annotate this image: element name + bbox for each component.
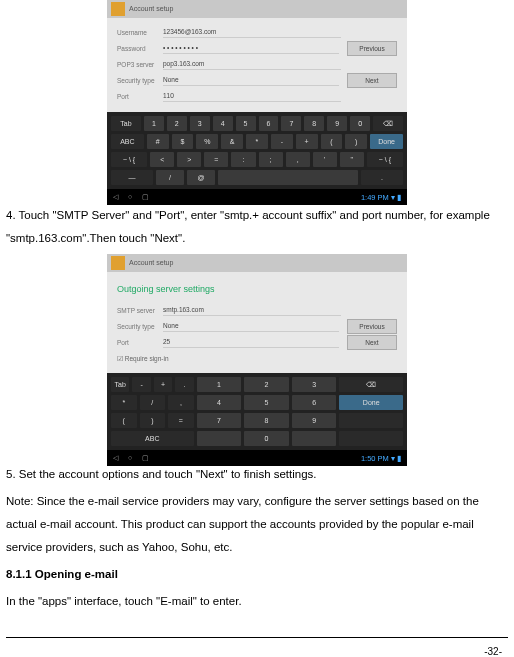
key[interactable]: 6	[259, 116, 279, 131]
key[interactable]: .	[175, 377, 193, 392]
key-at[interactable]: @	[187, 170, 215, 185]
field-port[interactable]: 110	[163, 90, 341, 102]
field-pop3[interactable]: pop3.163.com	[163, 58, 341, 70]
step-5-text: 5. Set the account options and touch "Ne…	[6, 463, 508, 486]
key[interactable]: '	[313, 152, 337, 167]
label-security: Security type	[117, 74, 163, 87]
nav-back-icon[interactable]: ◁	[113, 451, 118, 465]
key[interactable]: 9	[327, 116, 347, 131]
key[interactable]: Done	[339, 395, 403, 410]
key[interactable]: $	[172, 134, 194, 149]
key[interactable]: <	[150, 152, 174, 167]
key[interactable]: 1	[144, 116, 164, 131]
numeric-keyboard[interactable]: Tab-+.*/,()=ABC 1234567890 ⌫Done	[107, 373, 407, 450]
field-password[interactable]: • • • • • • • • •	[163, 42, 339, 54]
field-security[interactable]: None	[163, 74, 339, 86]
next-button[interactable]: Next	[347, 335, 397, 350]
key[interactable]: ~ \ {	[111, 152, 147, 167]
key[interactable]: Done	[370, 134, 403, 149]
key-mode[interactable]: —	[111, 170, 153, 185]
label-port: Port	[117, 90, 163, 103]
key[interactable]: (	[111, 413, 137, 428]
key[interactable]: 8	[244, 413, 289, 428]
key[interactable]: 7	[197, 413, 242, 428]
key[interactable]	[339, 413, 403, 428]
key[interactable]: 3	[190, 116, 210, 131]
key[interactable]: 6	[292, 395, 337, 410]
key-period[interactable]: .	[361, 170, 403, 185]
key[interactable]: ⌫	[373, 116, 403, 131]
page-number: -32-	[6, 637, 508, 657]
key-slash[interactable]: /	[156, 170, 184, 185]
key[interactable]: Tab	[111, 377, 129, 392]
key[interactable]: :	[231, 152, 255, 167]
outgoing-heading: Outgoing server settings	[117, 278, 397, 302]
field-username[interactable]: 123456@163.com	[163, 26, 341, 38]
key[interactable]: &	[221, 134, 243, 149]
key[interactable]: *	[111, 395, 137, 410]
app-icon	[111, 2, 125, 16]
key[interactable]: ;	[259, 152, 283, 167]
keyboard[interactable]: Tab1234567890⌫ ABC#$%&*-+()Done ~ \ {<>=…	[107, 112, 407, 189]
key[interactable]: 5	[244, 395, 289, 410]
nav-recent-icon[interactable]: ▢	[142, 190, 149, 204]
key[interactable]: -	[132, 377, 150, 392]
key[interactable]: -	[271, 134, 293, 149]
key[interactable]: 8	[304, 116, 324, 131]
key[interactable]: 3	[292, 377, 337, 392]
field-security[interactable]: None	[163, 320, 339, 332]
key[interactable]: 2	[244, 377, 289, 392]
key[interactable]: =	[168, 413, 194, 428]
field-smtp[interactable]: smtp.163.com	[163, 304, 341, 316]
key[interactable]: 4	[197, 395, 242, 410]
key[interactable]: 0	[350, 116, 370, 131]
key[interactable]: 1	[197, 377, 242, 392]
key[interactable]: +	[296, 134, 318, 149]
next-button[interactable]: Next	[347, 73, 397, 88]
key[interactable]: (	[321, 134, 343, 149]
key[interactable]: ,	[286, 152, 310, 167]
nav-recent-icon[interactable]: ▢	[142, 451, 149, 465]
nav-home-icon[interactable]: ○	[128, 451, 132, 465]
key[interactable]: "	[340, 152, 364, 167]
key[interactable]: 7	[281, 116, 301, 131]
key[interactable]: %	[196, 134, 218, 149]
key[interactable]: ~ \ {	[367, 152, 403, 167]
key[interactable]: 5	[236, 116, 256, 131]
screenshot-outgoing-settings: Account setup Outgoing server settings S…	[107, 254, 407, 459]
key[interactable]: +	[154, 377, 172, 392]
require-signin-checkbox[interactable]: Require sign-in	[117, 350, 397, 365]
key[interactable]: ,	[168, 395, 194, 410]
key[interactable]: 4	[213, 116, 233, 131]
step-4-text: 4. Touch "SMTP Server" and "Port", enter…	[6, 204, 508, 250]
key[interactable]: 0	[244, 431, 289, 446]
key[interactable]: =	[204, 152, 228, 167]
status-time: 1:50 PM ▾ ▮	[361, 451, 401, 466]
key[interactable]: 2	[167, 116, 187, 131]
key[interactable]: ABC	[111, 431, 194, 446]
label-password: Password	[117, 42, 163, 55]
key-space[interactable]	[218, 170, 358, 185]
previous-button[interactable]: Previous	[347, 319, 397, 334]
key[interactable]: ⌫	[339, 377, 403, 392]
key[interactable]	[197, 431, 242, 446]
key[interactable]: >	[177, 152, 201, 167]
label-security: Security type	[117, 320, 163, 333]
key[interactable]: )	[345, 134, 367, 149]
key[interactable]: Tab	[111, 116, 141, 131]
key[interactable]	[339, 431, 403, 446]
key[interactable]: ABC	[111, 134, 144, 149]
label-smtp: SMTP server	[117, 304, 163, 317]
field-port[interactable]: 25	[163, 336, 339, 348]
nav-back-icon[interactable]: ◁	[113, 190, 118, 204]
key[interactable]: /	[140, 395, 166, 410]
key[interactable]: 9	[292, 413, 337, 428]
label-pop3: POP3 server	[117, 58, 163, 71]
status-time: 1:49 PM ▾ ▮	[361, 190, 401, 205]
key[interactable]: *	[246, 134, 268, 149]
key[interactable]: )	[140, 413, 166, 428]
previous-button[interactable]: Previous	[347, 41, 397, 56]
key[interactable]	[292, 431, 337, 446]
key[interactable]: #	[147, 134, 169, 149]
nav-home-icon[interactable]: ○	[128, 190, 132, 204]
